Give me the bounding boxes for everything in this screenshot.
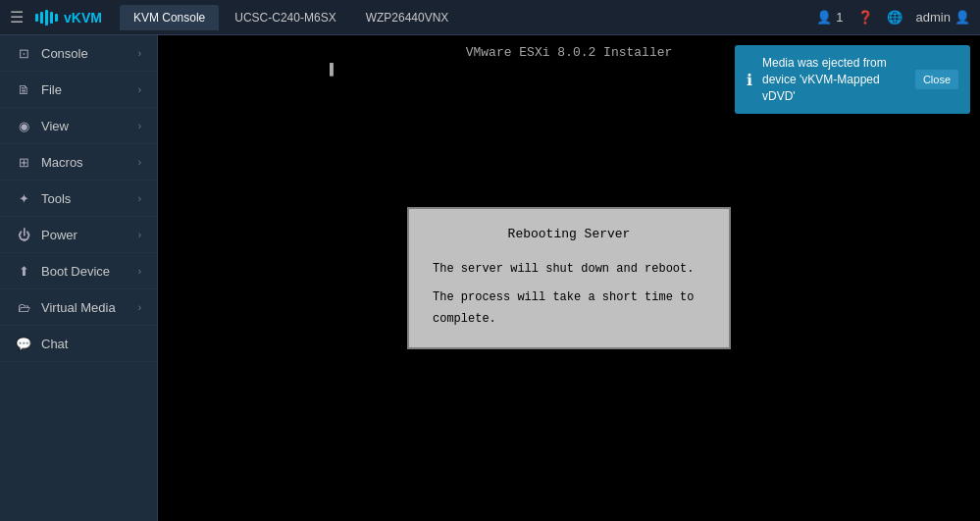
cisco-logo-icon — [35, 10, 58, 26]
sidebar-label-chat: Chat — [41, 337, 68, 351]
power-chevron: › — [138, 230, 141, 240]
main-content[interactable]: VMware ESXi 8.0.2 Installer ▌ Rebooting … — [158, 35, 980, 521]
tools-icon: ✦ — [16, 190, 31, 206]
username: admin — [916, 10, 951, 25]
macros-chevron: › — [138, 157, 141, 168]
sidebar-item-tools[interactable]: ✦ Tools › — [0, 181, 157, 217]
file-chevron: › — [138, 84, 141, 95]
notification-banner: ℹ Media was ejected from device 'vKVM-Ma… — [735, 45, 970, 114]
view-icon: ◉ — [16, 118, 31, 133]
notification-text: Media was ejected from device 'vKVM-Mapp… — [762, 55, 905, 104]
console-icon: ⊡ — [16, 45, 31, 61]
sidebar: ⊡ Console › 🗎 File › ◉ View › ⊞ Macros › — [0, 35, 158, 521]
globe-icon[interactable]: 🌐 — [887, 10, 903, 25]
layout: ⊡ Console › 🗎 File › ◉ View › ⊞ Macros › — [0, 35, 980, 521]
sidebar-label-boot-device: Boot Device — [41, 264, 110, 279]
user-menu-icon: 👤 — [954, 10, 970, 25]
tab-kvm-console[interactable]: KVM Console — [120, 5, 219, 30]
user-count-icon[interactable]: 👤 1 — [816, 10, 843, 25]
notification-close-button[interactable]: Close — [915, 70, 958, 89]
sidebar-item-view[interactable]: ◉ View › — [0, 108, 157, 144]
user-menu[interactable]: admin 👤 — [916, 10, 970, 25]
sidebar-item-macros[interactable]: ⊞ Macros › — [0, 144, 157, 181]
sidebar-label-file: File — [41, 82, 62, 97]
tab-wzp[interactable]: WZP26440VNX — [352, 5, 463, 30]
sidebar-item-power[interactable]: ⏻ Power › — [0, 217, 157, 253]
reboot-dialog-line1: The server will shut down and reboot. Th… — [433, 259, 705, 331]
app-logo: vKVM — [35, 10, 102, 26]
sidebar-item-file[interactable]: 🗎 File › — [0, 72, 157, 108]
reboot-dialog: Rebooting Server The server will shut do… — [407, 207, 731, 350]
tools-chevron: › — [138, 193, 141, 204]
esxi-title: VMware ESXi 8.0.2 Installer — [466, 45, 673, 60]
app-name: vKVM — [64, 10, 102, 26]
sidebar-item-console[interactable]: ⊡ Console › — [0, 35, 157, 72]
virtual-media-chevron: › — [138, 302, 141, 313]
boot-device-icon: ⬆ — [16, 263, 31, 279]
console-chevron: › — [138, 48, 141, 59]
header: ☰ vKVM KVM Console UCSC-C240-M6SX WZP264… — [0, 0, 980, 35]
header-tabs: KVM Console UCSC-C240-M6SX WZP26440VNX — [120, 5, 808, 30]
tab-ucsc[interactable]: UCSC-C240-M6SX — [221, 5, 349, 30]
sidebar-item-boot-device[interactable]: ⬆ Boot Device › — [0, 253, 157, 289]
macros-icon: ⊞ — [16, 154, 31, 170]
notification-info-icon: ℹ — [747, 71, 752, 89]
user-count: 1 — [836, 10, 843, 25]
boot-device-chevron: › — [138, 266, 141, 277]
sidebar-label-view: View — [41, 119, 69, 133]
sidebar-label-tools: Tools — [41, 191, 71, 206]
cursor-mark: ▌ — [330, 63, 337, 78]
help-icon[interactable]: ❓ — [857, 10, 873, 25]
virtual-media-icon: 🗁 — [16, 299, 31, 315]
sidebar-label-macros: Macros — [41, 155, 83, 170]
reboot-dialog-title: Rebooting Server — [433, 227, 705, 241]
view-chevron: › — [138, 121, 141, 131]
file-icon: 🗎 — [16, 81, 31, 97]
sidebar-label-power: Power — [41, 228, 77, 242]
sidebar-label-console: Console — [41, 46, 88, 61]
sidebar-label-virtual-media: Virtual Media — [41, 300, 116, 315]
chat-icon: 💬 — [16, 336, 31, 351]
header-right: 👤 1 ❓ 🌐 admin 👤 — [816, 10, 970, 25]
hamburger-icon[interactable]: ☰ — [10, 8, 24, 26]
sidebar-item-chat[interactable]: 💬 Chat — [0, 326, 157, 362]
power-icon: ⏻ — [16, 227, 31, 242]
sidebar-item-virtual-media[interactable]: 🗁 Virtual Media › — [0, 289, 157, 326]
user-icon: 👤 — [816, 10, 832, 25]
kvm-screen[interactable]: VMware ESXi 8.0.2 Installer ▌ Rebooting … — [158, 35, 980, 521]
